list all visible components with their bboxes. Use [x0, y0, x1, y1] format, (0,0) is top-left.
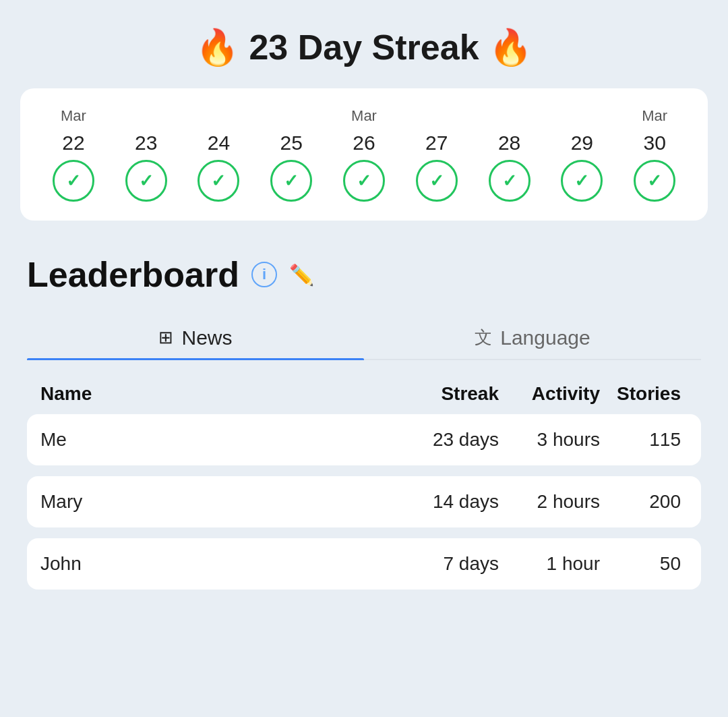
calendar-day: 29✓	[549, 107, 615, 202]
check-circle: ✓	[343, 160, 385, 202]
row-activity: 2 hours	[506, 491, 607, 513]
row-name: Mary	[40, 491, 411, 513]
check-circle: ✓	[489, 160, 530, 202]
col-activity: Activity	[506, 383, 607, 405]
row-name: Me	[40, 429, 411, 451]
row-streak: 14 days	[411, 491, 506, 513]
table-body: Me23 days3 hours115Mary14 days2 hours200…	[27, 414, 701, 590]
tab-news-icon: ⊞	[158, 327, 173, 348]
calendar-day: 23✓	[113, 107, 179, 202]
leaderboard-title-row: Leaderboard i ✏️	[27, 254, 701, 295]
row-activity: 1 hour	[506, 553, 607, 575]
row-streak: 23 days	[411, 429, 506, 451]
row-activity: 3 hours	[506, 429, 607, 451]
calendar-day: 27✓	[404, 107, 470, 202]
calendar-month: Mar	[642, 107, 667, 126]
calendar-day: 25✓	[258, 107, 324, 202]
col-stories: Stories	[607, 383, 688, 405]
check-circle: ✓	[561, 160, 603, 202]
row-stories: 200	[607, 491, 688, 513]
calendar-date: 24	[208, 132, 230, 154]
calendar-date: 28	[498, 132, 520, 154]
tabs-row: ⊞News文Language	[27, 315, 701, 360]
streak-title: 🔥 23 Day Streak 🔥	[195, 28, 533, 67]
row-stories: 115	[607, 429, 688, 451]
calendar-date: 23	[135, 132, 157, 154]
table-row[interactable]: Mary14 days2 hours200	[27, 476, 701, 527]
table-header: Name Streak Activity Stories	[27, 376, 701, 414]
calendar-date: 26	[353, 132, 375, 154]
tab-language-label: Language	[500, 326, 590, 349]
calendar-day: 24✓	[186, 107, 252, 202]
calendar-card: Mar22✓23✓24✓25✓Mar26✓27✓28✓29✓Mar30✓	[20, 88, 708, 221]
check-circle: ✓	[125, 160, 167, 202]
calendar-date: 25	[280, 132, 303, 154]
leaderboard-section: Leaderboard i ✏️ ⊞News文Language Name Str…	[20, 254, 708, 590]
calendar-day: Mar30✓	[621, 107, 688, 202]
col-streak: Streak	[411, 383, 506, 405]
calendar-month: Mar	[61, 107, 86, 126]
check-circle: ✓	[634, 160, 675, 202]
row-streak: 7 days	[411, 553, 506, 575]
calendar-month: Mar	[351, 107, 377, 126]
calendar-day: Mar26✓	[331, 107, 397, 202]
check-circle: ✓	[416, 160, 458, 202]
streak-header: 🔥 23 Day Streak 🔥	[20, 27, 708, 68]
row-stories: 50	[607, 553, 688, 575]
check-circle: ✓	[270, 160, 312, 202]
tab-news[interactable]: ⊞News	[27, 315, 364, 359]
table-row[interactable]: John7 days1 hour50	[27, 538, 701, 590]
tab-news-label: News	[181, 326, 232, 349]
table-row[interactable]: Me23 days3 hours115	[27, 414, 701, 465]
calendar-day: 28✓	[477, 107, 543, 202]
check-circle: ✓	[53, 160, 94, 202]
col-name: Name	[40, 383, 411, 405]
row-name: John	[40, 553, 411, 575]
calendar-date: 29	[571, 132, 593, 154]
calendar-day: Mar22✓	[40, 107, 107, 202]
check-circle: ✓	[198, 160, 239, 202]
calendar-date: 30	[643, 132, 665, 154]
tab-language-icon: 文	[475, 326, 492, 349]
edit-icon[interactable]: ✏️	[289, 263, 314, 287]
leaderboard-title: Leaderboard	[27, 254, 239, 295]
info-icon[interactable]: i	[251, 262, 277, 287]
calendar-date: 22	[62, 132, 84, 154]
tab-language[interactable]: 文Language	[364, 315, 701, 359]
calendar-date: 27	[425, 132, 448, 154]
